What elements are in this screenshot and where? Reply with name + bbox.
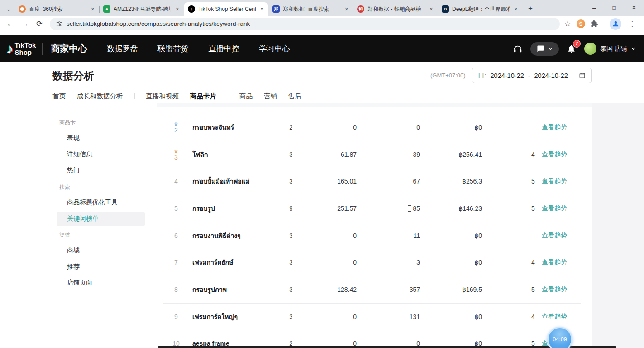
content-top-strip	[157, 103, 592, 107]
browser-tab-baidu360[interactable]: 百度_360搜索 ×	[14, 2, 99, 16]
nav-data-compass[interactable]: 数据罗盘	[107, 44, 138, 54]
tab-close-icon[interactable]: ×	[428, 5, 434, 13]
new-tab-button[interactable]: +	[524, 2, 537, 15]
right-gray-panel	[592, 103, 644, 348]
tab-live-video[interactable]: 直播和视频	[146, 92, 179, 101]
view-trend-link[interactable]: 查看趋势	[542, 195, 581, 222]
tab-product[interactable]: 商品	[239, 92, 253, 101]
browser-menu-icon[interactable]: ⋮	[627, 19, 638, 28]
browser-profile-avatar[interactable]	[610, 18, 621, 30]
crown-icon: ♛	[174, 149, 178, 154]
tab-close-icon[interactable]: ×	[90, 5, 96, 13]
view-trend-link[interactable]: 查看趋势	[542, 303, 581, 330]
site-settings-icon[interactable]	[56, 20, 62, 27]
headset-icon[interactable]	[513, 44, 523, 54]
tab-title: 百度_360搜索	[29, 5, 86, 13]
chat-bubble-icon	[537, 45, 544, 53]
sidebar-item-recommend[interactable]: 推荐	[67, 263, 80, 271]
window-maximize-button[interactable]: □	[604, 0, 624, 15]
tab-home[interactable]: 首页	[52, 92, 66, 101]
back-icon[interactable]: ←	[4, 17, 17, 31]
rank-value: 5	[174, 205, 178, 212]
tiktok-favicon: ♪	[188, 5, 195, 13]
view-trend-link[interactable]: 查看趋势	[542, 141, 581, 168]
browser-tabstrip: ⌄ 百度_360搜索 × A AMZ123亚马逊导航-跨境 × ♪ TikTok…	[0, 0, 644, 16]
address-bar[interactable]: seller.tiktokglobalshop.com/compass/sear…	[50, 18, 560, 30]
date-end-value[interactable]: 2024-10-22	[534, 72, 568, 79]
date-separator: -	[528, 72, 530, 79]
tab-close-icon[interactable]: ×	[513, 5, 519, 13]
tab-title: TikTok Shop Seller Cente	[198, 6, 256, 12]
metric-cell: 85	[362, 195, 420, 222]
horizontal-scrollbar[interactable]	[158, 346, 616, 348]
notification-badge: 7	[573, 40, 581, 48]
browser-tab-zhenghe-baidu[interactable]: 郑 郑和数据_百度搜索 ×	[268, 2, 353, 16]
window-close-button[interactable]: ×	[624, 0, 644, 15]
clipped-value-left: 2	[258, 114, 293, 141]
nav-live-control[interactable]: 直播中控	[208, 44, 239, 54]
browser-tab-deepl[interactable]: D DeepL翻译：全世界最准确 ×	[438, 2, 522, 16]
keyword-rank-table: ♛ 2 กรอบพระจันทร์ 2 0 0 ฿0 查看趋势 ♛ 3 โฟลิ…	[163, 107, 581, 348]
window-minimize-button[interactable]: –	[584, 0, 604, 15]
frozen-column-gap	[536, 107, 542, 348]
s-extension-icon[interactable]: S	[577, 19, 585, 28]
calendar-icon[interactable]	[579, 72, 586, 79]
frozen-column-gap	[292, 107, 298, 348]
tiktok-shop-logo[interactable]: ♪ TikTok Shop	[6, 42, 36, 56]
tab-close-icon[interactable]: ×	[343, 5, 350, 13]
view-trend-link[interactable]: 查看趋势	[542, 249, 581, 276]
gmv-cell: ฿169.5	[425, 276, 482, 303]
tab-growth-analytics[interactable]: 成长和数据分析	[77, 92, 123, 101]
shop-selector[interactable]: 泰国 店铺	[584, 43, 636, 55]
date-start-value[interactable]: 2024-10-22	[491, 72, 524, 79]
browser-tab-tiktok-seller[interactable]: ♪ TikTok Shop Seller Cente ×	[184, 2, 268, 16]
sidebar-item-title-optimizer[interactable]: 商品标题优化工具	[67, 198, 118, 207]
sidebar-item-hot[interactable]: 热门	[67, 166, 80, 174]
row-divider	[163, 114, 581, 114]
nav-affiliate[interactable]: 联盟带货	[157, 44, 188, 54]
rank-cell: 10	[166, 330, 186, 348]
date-range-picker[interactable]: 日: 2024-10-22 - 2024-10-22	[472, 68, 592, 83]
tab-close-icon[interactable]: ×	[259, 5, 265, 13]
browser-tab-zhenghe-rank[interactable]: 和 郑和数据 - 畅销商品榜 ×	[353, 2, 438, 16]
reload-icon[interactable]: ⟳	[33, 17, 46, 31]
sidebar-item-performance[interactable]: 表现	[67, 134, 80, 142]
tab-close-icon[interactable]: ×	[174, 5, 181, 13]
table-row: 7 เฟรมการ์ดยักษ์ 3 0 3 ฿0 4 查看趋势	[163, 249, 581, 276]
rank-cell: 5	[166, 195, 186, 222]
logo-line1: TikTok	[15, 41, 36, 49]
view-trend-link[interactable]: 查看趋势	[542, 222, 581, 249]
browser-tab-amz123[interactable]: A AMZ123亚马逊导航-跨境 ×	[99, 2, 184, 16]
nav-learning-center[interactable]: 学习中心	[259, 44, 290, 54]
browser-toolbar: ← → ⟳ seller.tiktokglobalshop.com/compas…	[0, 16, 644, 32]
360-search-favicon	[19, 5, 26, 13]
metric-cell: 61.87	[299, 141, 357, 168]
bookmark-star-icon[interactable]: ☆	[564, 19, 571, 29]
forward-icon[interactable]: →	[18, 17, 32, 31]
window-controls: – □ ×	[584, 0, 644, 15]
messages-button[interactable]	[530, 42, 559, 56]
extensions-puzzle-icon[interactable]	[591, 20, 598, 28]
notifications-button[interactable]: 7	[567, 44, 577, 54]
nav-seller-center[interactable]: 商家中心	[51, 43, 87, 55]
sidebar-item-keyword-rank[interactable]: 关键词榜单	[57, 212, 145, 226]
sidebar-item-details[interactable]: 详细信息	[67, 150, 92, 159]
sidebar-item-mall[interactable]: 商城	[67, 246, 80, 255]
floating-timer-bubble[interactable]: 04:09	[547, 327, 572, 348]
tab-marketing[interactable]: 营销	[264, 92, 277, 101]
zhenghe-red-favicon: 和	[357, 5, 364, 13]
row-divider	[163, 303, 581, 304]
view-trend-link[interactable]: 查看趋势	[542, 168, 581, 195]
url-text: seller.tiktokglobalshop.com/compass/sear…	[67, 20, 250, 27]
sidebar-item-shop-page[interactable]: 店铺页面	[67, 279, 92, 287]
tab-aftersale[interactable]: 售后	[288, 92, 301, 101]
metric-value: 85	[413, 205, 420, 212]
view-trend-link[interactable]: 查看趋势	[542, 276, 581, 303]
clipped-value-left: 9	[258, 195, 293, 222]
row-divider	[163, 222, 581, 222]
tab-title: AMZ123亚马逊导航-跨境	[114, 5, 171, 13]
tab-list-chevron-icon[interactable]: ⌄	[3, 2, 14, 15]
tab-product-card[interactable]: 商品卡片	[190, 92, 216, 101]
view-trend-link[interactable]: 查看趋势	[542, 114, 581, 141]
table-row: 9 เฟรมการ์ดใหญ่ๆ 3 0 131 ฿0 4 查看趋势	[163, 303, 581, 330]
